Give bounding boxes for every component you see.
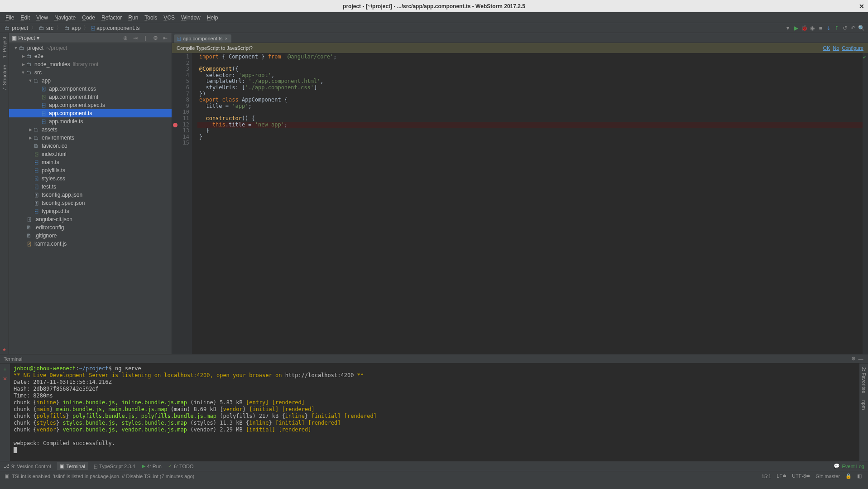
breakpoint-icon[interactable] [173,123,177,127]
tree-node-app.component.spec.ts[interactable]: ⍇app.component.spec.ts [9,101,172,109]
caret-position[interactable]: 15:1 [759,474,774,479]
tree-node-src[interactable]: ▼🗀src [9,68,172,77]
tree-node-project[interactable]: ▼🗀project~/project [9,44,172,52]
stop-button[interactable]: ■ [816,24,825,32]
menu-run[interactable]: Run [125,14,141,22]
editor-tab-file[interactable]: ⍇ app.component.ts × [174,34,231,43]
build-dropdown[interactable]: ▾ [784,24,792,32]
tree-node-tsconfig.app.json[interactable]: ⍐tsconfig.app.json [9,191,172,199]
project-tree[interactable]: ▼🗀project~/project▶🗀e2e▶🗀node_moduleslib… [9,43,172,354]
terminal-hide-icon[interactable]: — [857,356,864,362]
settings-gear-icon[interactable]: ⚙ [152,34,159,42]
tree-node-app.component.ts[interactable]: ⍇app.component.ts [9,109,172,117]
js-icon: ⍃ [25,241,33,247]
close-tab-icon[interactable]: × [225,36,227,41]
line-separator[interactable]: LF≑ [774,473,789,479]
breadcrumb-project[interactable]: 🗀project [3,25,30,31]
git-branch[interactable]: Git: master [813,474,843,479]
project-tool-tab[interactable]: 1: Project [1,33,8,61]
terminal-output[interactable]: jobou@jobou-weenect:~/project$ ng serve … [10,363,859,461]
coverage-button[interactable]: ◉ [808,24,816,32]
bottom-tab----run[interactable]: ▶4: Run [142,463,162,469]
menu-code[interactable]: Code [79,14,98,22]
bottom-tab-typescript------[interactable]: ⍇TypeScript 2.3.4 [94,464,135,469]
tree-node-index.html[interactable]: ⍄index.html [9,150,172,158]
status-message: TSLint is enabled: 'tslint' is listed in… [12,474,194,479]
vcs-revert-icon[interactable]: ↶ [849,24,857,32]
favorites-tool-tab[interactable]: 2: Favorites [860,363,868,397]
menu-vcs[interactable]: VCS [161,14,177,22]
bottom-tab----version-control[interactable]: ⎇9: Version Control [4,463,51,469]
tree-node-app.component.css[interactable]: ⍃app.component.css [9,85,172,93]
breadcrumb-app[interactable]: 🗀app [62,25,82,31]
readonly-lock-icon[interactable]: 🔒 [843,473,854,479]
tree-node-styles.css[interactable]: ⍃styles.css [9,174,172,183]
tree-node-karma.conf.js[interactable]: ⍃karma.conf.js [9,240,172,248]
breadcrumb-app.component.ts[interactable]: ⍇app.component.ts [90,25,141,31]
event-log-button[interactable]: 💬Event Log [834,463,864,469]
breadcrumb-src[interactable]: 🗀src [37,25,55,31]
vcs-history-icon[interactable]: ↺ [841,24,849,32]
file-encoding[interactable]: UTF-8≑ [789,473,813,479]
expand-arrow[interactable]: ▶ [28,136,33,140]
expand-arrow[interactable]: ▼ [21,70,25,75]
code-editor[interactable]: 123456789101112131415 import { Component… [172,53,868,354]
terminal-settings-icon[interactable]: ⚙ [850,356,857,362]
menu-edit[interactable]: Edit [18,14,33,22]
menu-file[interactable]: File [3,14,17,22]
scroll-to-source-icon[interactable]: ⊕ [122,34,129,42]
expand-arrow[interactable]: ▶ [28,127,33,132]
tree-node-test.ts[interactable]: ⍇test.ts [9,183,172,191]
tree-node-app[interactable]: ▼🗀app [9,77,172,85]
tree-node-e2e[interactable]: ▶🗀e2e [9,52,172,60]
status-tool-icon[interactable]: ▣ [4,473,10,479]
hide-tool-icon[interactable]: ⇤ [162,34,169,42]
npm-tool-tab[interactable]: npm [860,397,868,413]
run-button[interactable]: ▶ [792,24,800,32]
tree-node-app.component.html[interactable]: ⍄app.component.html [9,93,172,101]
structure-tool-tab[interactable]: 7: Structure [1,61,8,94]
tree-node-assets[interactable]: ▶🗀assets [9,126,172,134]
collapse-all-icon[interactable]: ⇥ [132,34,139,42]
window-close-button[interactable]: ✕ [859,3,864,10]
menu-refactor[interactable]: Refactor [99,14,125,22]
tree-node-.gitignore[interactable]: 🗎.gitignore [9,232,172,240]
tree-node-polyfills.ts[interactable]: ⍇polyfills.ts [9,166,172,174]
tree-node-environments[interactable]: ▶🗀environments [9,134,172,142]
tree-node-.editorconfig[interactable]: 🗎.editorconfig [9,223,172,232]
navigation-bar: 🗀project〉🗀src〉🗀app〉⍇app.component.ts ▾ ▶… [0,23,868,33]
error-stripe[interactable]: ✔ [863,53,868,354]
tree-node-tsconfig.spec.json[interactable]: ⍐tsconfig.spec.json [9,199,172,207]
bottom-tab-terminal[interactable]: ▣Terminal [57,462,88,470]
expand-arrow[interactable]: ▶ [21,62,25,67]
expand-arrow[interactable]: ▼ [28,78,33,83]
menu-tools[interactable]: Tools [142,14,160,22]
bookmark-icon[interactable]: ★ [0,345,8,354]
project-view-selector[interactable]: ▣ Project ▾ [12,35,39,41]
inspector-icon[interactable]: ◧ [854,473,864,479]
compile-ok-link[interactable]: OK [823,45,830,51]
tree-node-typings.d.ts[interactable]: ⍇typings.d.ts [9,207,172,215]
tree-node-app.module.ts[interactable]: ⍇app.module.ts [9,117,172,126]
expand-arrow[interactable]: ▼ [14,46,18,50]
tree-node-node_modules[interactable]: ▶🗀node_moduleslibrary root [9,60,172,68]
vcs-update-icon[interactable]: ⇣ [825,24,833,32]
compile-configure-link[interactable]: Configure [842,45,863,51]
debug-button[interactable]: 🐞 [800,24,808,32]
ts-icon: ⍇ [94,464,97,469]
expand-arrow[interactable]: ▶ [21,54,25,58]
bottom-tab----todo[interactable]: ✓6: TODO [168,463,194,469]
vcs-commit-icon[interactable]: ⇡ [833,24,841,32]
menu-help[interactable]: Help [204,14,221,22]
tree-node-main.ts[interactable]: ⍇main.ts [9,158,172,166]
menu-view[interactable]: View [34,14,51,22]
new-terminal-icon[interactable]: ＋ [2,365,8,373]
menu-navigate[interactable]: Navigate [52,14,78,22]
folder-icon: 🗀 [5,25,10,31]
search-icon[interactable]: 🔍 [857,24,865,32]
compile-no-link[interactable]: No [833,45,839,51]
menu-window[interactable]: Window [178,14,203,22]
tree-node-.angular-cli.json[interactable]: ⍐.angular-cli.json [9,215,172,223]
close-terminal-icon[interactable]: ✕ [3,376,7,382]
tree-node-favicon.ico[interactable]: 🗎favicon.ico [9,142,172,150]
